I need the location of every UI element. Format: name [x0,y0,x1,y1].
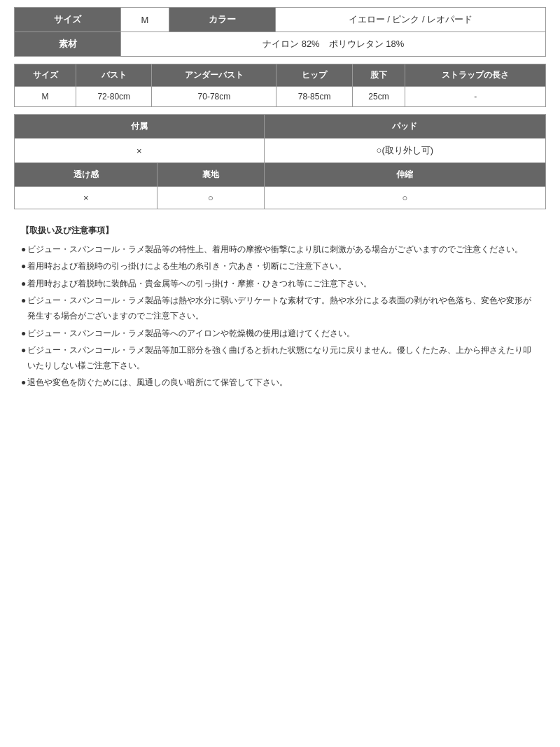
note-item: ●着用時および着脱時に装飾品・貴金属等への引っ掛け・摩擦・ひきつれ等にご注意下さ… [21,277,539,292]
lining-header: 裏地 [158,163,264,187]
note-item: ●ビジュー・スパンコール・ラメ製品等へのアイロンや乾燥機の使用は避けてください。 [21,326,539,342]
material-value: ナイロン 82% ポリウレタン 18% [121,32,546,57]
note-bullet: ● [21,242,26,258]
note-bullet: ● [21,293,26,323]
size-cell: 72-80cm [76,87,152,107]
notes-section: 【取扱い及び注意事項】 ●ビジュー・スパンコール・ラメ製品等の特性上、着用時の摩… [14,220,546,396]
note-text: 着用時および着脱時に装飾品・貴金属等への引っ掛け・摩擦・ひきつれ等にご注意下さい… [27,277,372,292]
lining-value: ○ [158,187,264,209]
size-cell: - [405,87,546,107]
size-cell: M [15,87,76,107]
notes-list: ●ビジュー・スパンコール・ラメ製品等の特性上、着用時の摩擦や衝撃により肌に刺激が… [21,242,539,391]
size-header: アンダーバスト [152,64,276,87]
transparency-header: 透け感 [15,163,158,187]
note-text: ビジュー・スパンコール・ラメ製品等の特性上、着用時の摩擦や衝撃により肌に刺激があ… [27,242,523,258]
size-header: ストラップの長さ [405,64,546,87]
note-item: ●ビジュー・スパンコール・ラメ製品等加工部分を強く曲げると折れた状態になり元に戻… [21,343,539,373]
size-header: ヒップ [276,64,352,87]
features-table: 付属 パッド × ○(取り外し可) 透け感 裏地 伸縮 × ○ ○ [14,114,546,209]
note-text: ビジュー・スパンコール・ラメ製品等加工部分を強く曲げると折れた状態になり元に戻り… [27,343,539,373]
pad-value: ○(取り外し可) [264,139,545,163]
size-header: 股下 [352,64,405,87]
note-text: ビジュー・スパンコール・ラメ製品等は熱や水分に弱いデリケートな素材です。熱や水分… [27,293,539,323]
stretch-value: ○ [264,187,545,209]
note-text: 着用時および着脱時の引っ掛けによる生地の糸引き・穴あき・切断にご注意下さい。 [27,259,346,274]
stretch-header: 伸縮 [264,163,545,187]
note-bullet: ● [21,375,26,391]
note-text: 退色や変色を防ぐためには、風通しの良い暗所にて保管して下さい。 [27,375,288,391]
size-label: サイズ [15,8,121,32]
material-label: 素材 [15,32,121,57]
pad-header: パッド [264,115,545,139]
product-info-table: サイズ M カラー イエロー / ピンク / レオパード 素材 ナイロン 82%… [14,7,546,57]
size-header: バスト [76,64,152,87]
note-item: ●退色や変色を防ぐためには、風通しの良い暗所にて保管して下さい。 [21,375,539,391]
note-text: ビジュー・スパンコール・ラメ製品等へのアイロンや乾燥機の使用は避けてください。 [27,326,355,342]
color-label: カラー [169,8,275,32]
note-bullet: ● [21,343,26,373]
note-item: ●ビジュー・スパンコール・ラメ製品等は熱や水分に弱いデリケートな素材です。熱や水… [21,293,539,323]
fuku-header: 付属 [15,115,265,139]
note-bullet: ● [21,277,26,292]
size-cell: 25cm [352,87,405,107]
transparency-value: × [15,187,158,209]
note-bullet: ● [21,259,26,274]
size-header: サイズ [15,64,76,87]
size-measurement-table: サイズバストアンダーバストヒップ股下ストラップの長さ M72-80cm70-78… [14,64,546,107]
note-item: ●ビジュー・スパンコール・ラメ製品等の特性上、着用時の摩擦や衝撃により肌に刺激が… [21,242,539,258]
fuku-value: × [15,139,265,163]
notes-title: 【取扱い及び注意事項】 [21,223,539,239]
color-value: イエロー / ピンク / レオパード [275,8,545,32]
size-cell: 78-85cm [276,87,352,107]
size-value: M [121,8,169,32]
note-item: ●着用時および着脱時の引っ掛けによる生地の糸引き・穴あき・切断にご注意下さい。 [21,259,539,274]
note-bullet: ● [21,326,26,342]
size-cell: 70-78cm [152,87,276,107]
